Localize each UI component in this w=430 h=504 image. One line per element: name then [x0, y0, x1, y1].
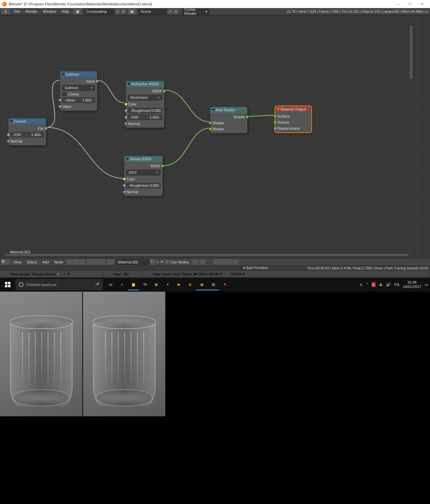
- menu-node[interactable]: Node: [52, 260, 65, 264]
- start-button[interactable]: [2, 280, 13, 290]
- go-parent-icon[interactable]: [200, 259, 206, 265]
- menu-window[interactable]: Window: [40, 9, 59, 13]
- bug-icon[interactable]: ✱: [219, 279, 230, 290]
- menu-render[interactable]: Render: [23, 9, 40, 13]
- node-header[interactable]: Fresnel: [8, 118, 46, 124]
- object-shader-icon[interactable]: [87, 259, 93, 265]
- menu-add[interactable]: Add: [173, 272, 180, 276]
- distribution-dropdown[interactable]: GGX▾: [126, 170, 161, 175]
- node-fresnel[interactable]: Fresnel Fac ‹IOR:1.450› Normal: [8, 118, 46, 145]
- menu-image[interactable]: Image: [19, 272, 30, 276]
- socket-output[interactable]: [44, 127, 48, 130]
- material-browse-icon[interactable]: [107, 259, 114, 265]
- tray-volume-icon[interactable]: 🔊: [386, 283, 391, 287]
- ior-field[interactable]: ‹IOR:1.450›: [128, 115, 162, 120]
- node-header[interactable]: Glossy BSDF: [124, 156, 163, 162]
- menu-view[interactable]: View: [113, 272, 121, 276]
- layout-add-button[interactable]: +: [115, 9, 120, 14]
- slot-pill[interactable]: Slo: [124, 272, 132, 276]
- clamp-checkbox[interactable]: [62, 92, 66, 96]
- collapse-icon[interactable]: [126, 158, 129, 160]
- editor-type-icon[interactable]: ⊞: [1, 259, 10, 265]
- fake-user-button[interactable]: F: [57, 272, 62, 276]
- socket-input[interactable]: [58, 98, 62, 102]
- screen-layout-dropdown[interactable]: Compositing: [84, 9, 114, 14]
- socket-input[interactable]: [273, 127, 277, 130]
- socket-input[interactable]: [124, 102, 128, 106]
- socket-input[interactable]: [7, 133, 10, 136]
- layer-buttons[interactable]: [246, 257, 250, 291]
- node-header[interactable]: Material Output: [275, 106, 311, 112]
- socket-input[interactable]: [123, 184, 126, 187]
- node-header[interactable]: Refraction BSDF: [126, 81, 164, 87]
- layout-browse-icon[interactable]: ▦: [73, 8, 82, 14]
- cortana-search-input[interactable]: Chiedimi qualcosa 🎤: [15, 279, 103, 290]
- world-shader-icon[interactable]: [93, 259, 99, 265]
- store-icon[interactable]: 🛍: [139, 279, 150, 290]
- ior-field[interactable]: ‹IOR:1.450›: [10, 132, 44, 137]
- socket-input[interactable]: [7, 139, 10, 143]
- snap-element-icon[interactable]: [220, 259, 226, 265]
- socket-output[interactable]: [95, 80, 99, 83]
- collapse-icon[interactable]: [10, 120, 13, 122]
- socket-output[interactable]: [163, 89, 166, 93]
- image-remove-button[interactable]: ✕: [67, 272, 70, 276]
- operation-dropdown[interactable]: Subtract▾: [62, 85, 95, 91]
- menu-select[interactable]: Select: [25, 260, 39, 264]
- scene-dropdown[interactable]: Scene: [138, 9, 167, 14]
- node-glossy-bsdf[interactable]: Glossy BSDF BSDF GGX▾ Color ‹Roughness:0…: [124, 156, 163, 196]
- region-toggle-handle[interactable]: [0, 29, 5, 36]
- menu-view[interactable]: View: [153, 272, 161, 276]
- node-editor-canvas[interactable]: Fresnel Fac ‹IOR:1.450› Normal Subtract …: [0, 15, 422, 258]
- shader-tree-icon[interactable]: [67, 259, 73, 265]
- socket-output[interactable]: [161, 164, 164, 168]
- snap-icon[interactable]: [214, 259, 220, 265]
- image-add-button[interactable]: +: [63, 272, 66, 276]
- menu-select[interactable]: Select: [162, 272, 172, 276]
- node-header[interactable]: Subtract: [60, 71, 97, 77]
- tree-type-buttons[interactable]: [67, 259, 85, 265]
- menu-file[interactable]: File: [11, 9, 23, 13]
- collapse-icon[interactable]: [127, 83, 131, 85]
- socket-input[interactable]: [124, 116, 128, 119]
- window-maximize-button[interactable]: ☐: [404, 2, 416, 6]
- window-minimize-button[interactable]: —: [392, 2, 404, 6]
- app-icon[interactable]: ▣: [150, 279, 162, 290]
- scene-browse-icon[interactable]: ▦: [128, 8, 136, 14]
- collapse-icon[interactable]: [212, 109, 215, 111]
- value-field[interactable]: ‹Value:1.000›: [62, 97, 95, 103]
- layout-remove-button[interactable]: ✕: [121, 9, 126, 14]
- render-engine-dropdown[interactable]: Cycles Render▾: [182, 9, 210, 14]
- socket-input[interactable]: [123, 190, 126, 194]
- media-icon[interactable]: ▶: [173, 279, 185, 290]
- socket-input[interactable]: [123, 177, 126, 181]
- menu-view[interactable]: View: [10, 272, 18, 276]
- edge-icon[interactable]: e: [116, 279, 128, 290]
- mode-dropdown[interactable]: ◉ Object Mode ▾: [194, 272, 222, 276]
- node-editor-vscroll[interactable]: [410, 25, 413, 251]
- orientation-dropdown[interactable]: Global ▾: [231, 272, 245, 276]
- paste-icon[interactable]: [233, 259, 239, 265]
- node-material-output[interactable]: Material Output Surface Volume Displacem…: [275, 106, 312, 133]
- node-add-shader[interactable]: Add Shader Shader Shader Shader: [210, 107, 248, 133]
- menu-object[interactable]: Object: [181, 272, 192, 276]
- collapse-icon[interactable]: [276, 108, 280, 110]
- menu-add[interactable]: Add: [40, 260, 51, 264]
- fake-user-button[interactable]: F: [150, 259, 155, 265]
- roughness-field[interactable]: ‹Roughness:0.000›: [126, 183, 161, 188]
- scene-remove-button[interactable]: ✕: [173, 9, 178, 14]
- node-header[interactable]: Add Shader: [210, 107, 247, 113]
- texture-tree-icon[interactable]: [79, 259, 85, 265]
- use-nodes-checkbox[interactable]: ✓: [165, 260, 169, 264]
- lamp-shader-icon[interactable]: [99, 259, 105, 265]
- window-close-button[interactable]: ✕: [416, 2, 428, 6]
- notepad-icon[interactable]: ▤: [208, 279, 219, 290]
- tray-clock[interactable]: 16:36 14/01/2017: [403, 280, 421, 289]
- socket-input[interactable]: [273, 115, 277, 118]
- socket-input[interactable]: [124, 109, 128, 112]
- socket-output[interactable]: [246, 115, 249, 119]
- tray-network-icon[interactable]: 🖧: [379, 283, 383, 287]
- node-math-subtract[interactable]: Subtract Value Subtract▾ Clamp ‹Value:1.…: [60, 71, 97, 111]
- action-center-icon[interactable]: ▭: [425, 283, 428, 287]
- shader-type-buttons[interactable]: [87, 259, 105, 265]
